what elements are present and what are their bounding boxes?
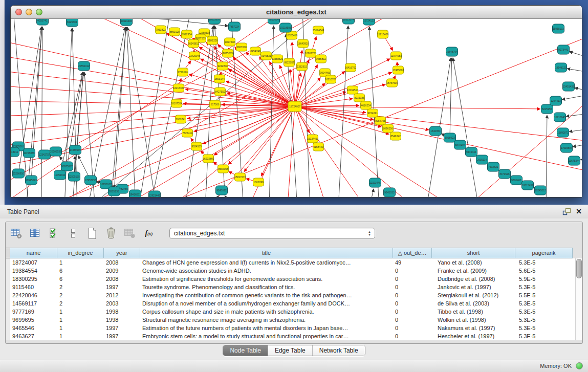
float-panel-icon[interactable] [562, 208, 572, 216]
column-header-4[interactable]: △ out_de… [393, 248, 432, 258]
table-row[interactable]: 1456911722003Disruption of a novel membe… [6, 299, 575, 308]
graph-node[interactable]: 8813054 [268, 19, 280, 24]
graph-node[interactable]: 7632621 [488, 162, 499, 171]
graph-node[interactable]: 16210643 [554, 113, 566, 122]
graph-node[interactable]: 1362615 [297, 62, 308, 71]
graph-node[interactable]: 2967608 [236, 43, 247, 51]
deselect-rows-button[interactable] [67, 227, 80, 239]
table-row[interactable]: 2242004622012Investigating the contribut… [6, 291, 575, 299]
graph-node[interactable]: 11675344 [569, 156, 580, 165]
column-visibility-button[interactable] [29, 227, 42, 239]
graph-node[interactable]: 16961758 [305, 49, 316, 57]
graph-node[interactable]: 1640954 [430, 126, 442, 136]
graph-node[interactable]: 16543812 [188, 39, 199, 48]
graph-node[interactable]: 11215409 [377, 30, 388, 38]
graph-node[interactable]: 23420046 [189, 52, 200, 60]
column-header-0[interactable]: name [10, 248, 57, 258]
graph-node[interactable]: 3913911 [11, 147, 19, 157]
graph-node[interactable]: 20691406 [121, 19, 133, 26]
column-header-1[interactable]: in_degree [57, 248, 104, 258]
graph-node[interactable]: 15817273 [234, 173, 246, 181]
graph-node[interactable]: 9875685 [223, 49, 233, 57]
graph-node[interactable]: 18548123 [555, 63, 567, 72]
function-builder-button[interactable]: f(x) [142, 227, 156, 239]
graph-node[interactable]: 9146821 [261, 52, 272, 60]
graph-node[interactable]: 9024505 [191, 142, 202, 150]
graph-node[interactable]: 7625414 [182, 129, 193, 137]
graph-node[interactable]: 8860128 [169, 28, 180, 36]
graph-node[interactable]: 15892871 [557, 128, 569, 137]
table-row[interactable]: 946362711997Embryonic stem cells: a mode… [6, 332, 575, 340]
graph-node[interactable]: 18015432 [522, 181, 534, 190]
graph-node[interactable]: 15958133 [553, 24, 564, 33]
graph-node[interactable]: 6879197 [454, 140, 466, 149]
column-header-6[interactable]: pagerank [515, 248, 573, 258]
tab-edge-table[interactable]: Edge Table [268, 345, 312, 356]
tab-network-table[interactable]: Network Table [312, 345, 365, 356]
graph-node[interactable]: 13588520 [272, 55, 283, 63]
graph-node[interactable]: 9827508 [225, 38, 235, 46]
graph-node[interactable]: 9300467 [511, 176, 522, 185]
network-canvas[interactable]: 1872400779638228860128891295422260538982… [11, 19, 582, 197]
graph-node[interactable]: 2060741 [176, 115, 186, 123]
graph-node[interactable]: 8216186 [354, 94, 365, 102]
window-titlebar[interactable]: citations_edges.txt [11, 6, 582, 19]
table-row[interactable]: 1872400712008Changes of HCN gene express… [6, 258, 575, 267]
table-row[interactable]: 911546021997Tourette syndrome. Phenomeno… [6, 283, 575, 291]
graph-node[interactable]: 9505136 [108, 187, 120, 196]
table-row[interactable]: 969969511998Structural magnetic resonanc… [6, 316, 575, 324]
graph-node[interactable]: 8186328 [207, 36, 218, 45]
graph-node[interactable]: 4055741 [37, 19, 49, 25]
graph-node[interactable]: 11974983 [390, 52, 402, 60]
graph-node[interactable]: 7955812 [316, 55, 326, 63]
graph-node[interactable]: 9245012 [216, 186, 228, 195]
graph-node[interactable]: 9154691 [367, 109, 378, 117]
graph-node[interactable]: 11451911 [54, 170, 66, 180]
graph-node[interactable]: 12342757 [39, 150, 51, 159]
graph-node[interactable]: 16033809 [209, 19, 221, 24]
table-panel-titlebar[interactable]: Table Panel ✕ [0, 205, 588, 219]
graph-node[interactable]: 16203860 [203, 155, 214, 163]
graph-node[interactable]: 15724123 [363, 19, 375, 25]
graph-node[interactable]: 25266950 [13, 169, 25, 178]
graph-node[interactable]: 7963822 [156, 26, 166, 34]
minimize-window-button[interactable] [26, 9, 32, 15]
table-selector-dropdown[interactable]: citations_edges.txt ▴▾ [169, 228, 375, 239]
graph-node[interactable]: 2803144 [214, 75, 225, 83]
graph-node[interactable]: 18107554 [171, 99, 182, 107]
graph-node[interactable]: 12213369 [173, 84, 184, 92]
tab-node-table[interactable]: Node Table [223, 345, 268, 356]
graph-node[interactable]: 2935114 [476, 155, 488, 164]
graph-node[interactable]: 8471626 [499, 169, 511, 179]
graph-node[interactable]: 7857224 [229, 22, 241, 31]
close-panel-icon[interactable]: ✕ [575, 207, 583, 216]
graph-node[interactable]: 11156869 [24, 148, 35, 158]
graph-node[interactable]: 8822057 [284, 58, 295, 67]
close-window-button[interactable] [15, 9, 22, 15]
graph-node[interactable]: 15134451 [307, 135, 318, 143]
new-column-button[interactable] [85, 227, 99, 239]
graph-node[interactable]: 17016504 [561, 143, 573, 152]
graph-node[interactable]: 19416511 [129, 190, 141, 197]
graph-node[interactable]: 20551012 [78, 61, 90, 71]
graph-node[interactable]: 2718126 [178, 68, 188, 76]
graph-node[interactable]: 10245012 [535, 186, 547, 195]
graph-node[interactable]: 4616254 [361, 101, 372, 110]
graph-node[interactable]: 15124549 [313, 26, 324, 34]
graph-node[interactable]: 18640910 [297, 39, 309, 48]
delete-table-button[interactable] [123, 227, 137, 239]
table-row[interactable]: 1830029562008Estimation of significance … [6, 275, 575, 283]
zoom-window-button[interactable] [36, 9, 42, 15]
graph-node[interactable]: 17957253 [85, 176, 97, 185]
graph-node[interactable]: 18313074 [343, 19, 355, 24]
graph-node[interactable]: 9242848 [217, 62, 228, 70]
graph-node[interactable]: 17359939 [70, 145, 81, 155]
table-row[interactable]: 977716911998Corpus callosum shape and si… [6, 308, 575, 316]
graph-node[interactable]: 817006 [210, 100, 221, 108]
table-row[interactable]: 1938455462009Genome-wide association stu… [6, 267, 575, 275]
graph-node[interactable]: 12923445 [149, 191, 161, 197]
graph-node[interactable]: 18724007 [288, 101, 301, 112]
graph-node[interactable]: 8215955 [541, 104, 553, 114]
column-header-3[interactable]: title [140, 248, 393, 258]
graph-node[interactable]: 15451433 [563, 82, 575, 91]
